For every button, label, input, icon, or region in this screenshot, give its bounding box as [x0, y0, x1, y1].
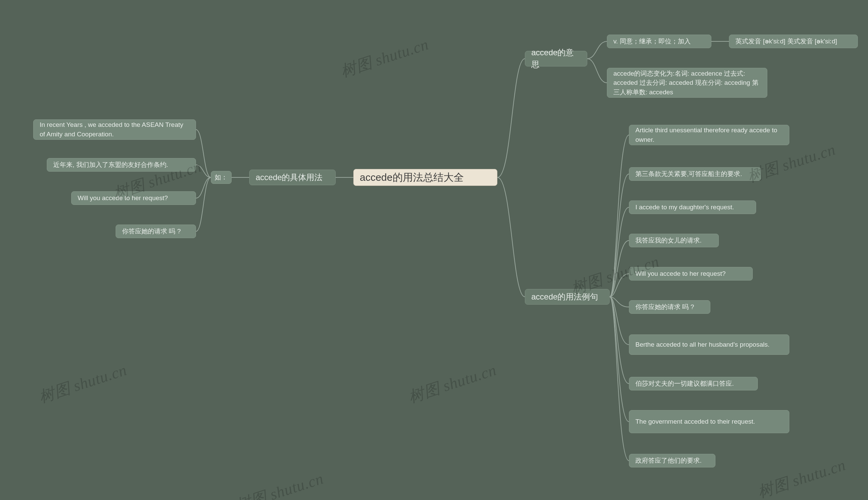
node-usage-ru-label: 如：	[215, 173, 228, 182]
example-leaf-7-text: 伯莎对丈夫的一切建议都满口答应.	[635, 379, 734, 388]
root-label: accede的用法总结大全	[360, 170, 464, 185]
branch-meaning-label: accede的意思	[531, 47, 581, 70]
example-leaf-8[interactable]: The government acceded to their request.	[629, 410, 789, 433]
example-leaf-1[interactable]: 第三条款无关紧要,可答应船主的要求.	[629, 167, 761, 181]
branch-examples-label: accede的用法例句	[531, 291, 598, 303]
usage-leaf-2[interactable]: Will you accede to her request?	[71, 191, 196, 205]
node-usage-ru[interactable]: 如：	[211, 171, 232, 184]
example-leaf-1-text: 第三条款无关紧要,可答应船主的要求.	[635, 169, 742, 179]
branch-usage-label: accede的具体用法	[256, 172, 322, 183]
meaning-def[interactable]: v. 同意；继承；即位；加入	[607, 35, 711, 48]
example-leaf-4[interactable]: Will you accede to her request?	[629, 267, 753, 281]
watermark: 树图 shutu.cn	[338, 34, 431, 82]
meaning-pron[interactable]: 英式发音 [ək'siːd] 美式发音 [ək'siːd]	[729, 35, 858, 48]
usage-leaf-1-text: 近年来, 我们加入了东盟的友好合作条约.	[53, 160, 168, 170]
example-leaf-5[interactable]: 你答应她的请求 吗 ?	[629, 300, 710, 314]
meaning-forms-text: accede的词态变化为:名词: accedence 过去式: acceded …	[613, 69, 761, 97]
watermark: 树图 shutu.cn	[755, 455, 848, 500]
mindmap-canvas: accede的用法总结大全 accede的具体用法 如： In recent Y…	[0, 0, 868, 500]
branch-usage[interactable]: accede的具体用法	[249, 170, 336, 185]
example-leaf-8-text: The government acceded to their request.	[635, 417, 755, 427]
example-leaf-6[interactable]: Berthe acceded to all her husband's prop…	[629, 334, 789, 355]
usage-leaf-0[interactable]: In recent Years , we acceded to the ASEA…	[33, 120, 196, 140]
meaning-forms[interactable]: accede的词态变化为:名词: accedence 过去式: acceded …	[607, 68, 767, 98]
usage-leaf-2-text: Will you accede to her request?	[78, 193, 168, 203]
example-leaf-9-text: 政府答应了他们的要求.	[635, 456, 702, 465]
meaning-pron-text: 英式发音 [ək'siːd] 美式发音 [ək'siːd]	[736, 37, 837, 46]
meaning-def-text: v. 同意；继承；即位；加入	[613, 37, 691, 46]
example-leaf-6-text: Berthe acceded to all her husband's prop…	[635, 340, 770, 349]
usage-leaf-3-text: 你答应她的请求 吗 ?	[122, 227, 181, 236]
root-node[interactable]: accede的用法总结大全	[353, 169, 497, 186]
example-leaf-3[interactable]: 我答应我的女儿的请求.	[629, 234, 719, 247]
example-leaf-9[interactable]: 政府答应了他们的要求.	[629, 454, 715, 467]
example-leaf-7[interactable]: 伯莎对丈夫的一切建议都满口答应.	[629, 377, 758, 390]
watermark: 树图 shutu.cn	[406, 360, 499, 408]
branch-meaning[interactable]: accede的意思	[525, 51, 587, 67]
branch-examples[interactable]: accede的用法例句	[525, 289, 610, 305]
usage-leaf-3[interactable]: 你答应她的请求 吗 ?	[116, 225, 196, 238]
example-leaf-4-text: Will you accede to her request?	[635, 269, 726, 279]
example-leaf-2[interactable]: I accede to my daughter's request.	[629, 201, 756, 214]
usage-leaf-1[interactable]: 近年来, 我们加入了东盟的友好合作条约.	[47, 158, 196, 172]
usage-leaf-0-text: In recent Years , we acceded to the ASEA…	[40, 120, 189, 139]
example-leaf-0-text: Article third unessential therefore read…	[635, 125, 783, 144]
example-leaf-3-text: 我答应我的女儿的请求.	[635, 236, 702, 245]
example-leaf-5-text: 你答应她的请求 吗 ?	[635, 302, 694, 312]
example-leaf-2-text: I accede to my daughter's request.	[635, 203, 734, 212]
watermark: 树图 shutu.cn	[36, 360, 129, 408]
watermark: 树图 shutu.cn	[233, 468, 326, 500]
example-leaf-0[interactable]: Article third unessential therefore read…	[629, 125, 789, 145]
